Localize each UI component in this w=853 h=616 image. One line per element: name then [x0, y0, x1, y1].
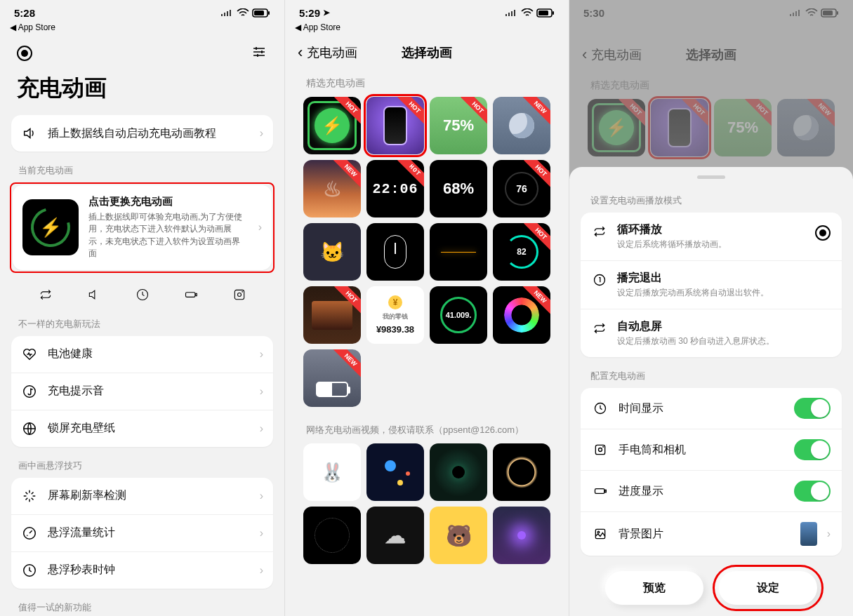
animation-tile-anime[interactable] [493, 507, 550, 564]
animation-tile-line[interactable] [430, 223, 487, 281]
animation-tile-sunset[interactable]: ♨ [303, 160, 361, 217]
row-charge-sound[interactable]: 充电提示音 › [11, 373, 273, 410]
animation-tile-phone[interactable] [366, 97, 424, 154]
animation-tile-price[interactable]: ¥我的零钱¥9839.38 [366, 286, 424, 344]
animation-tile-city[interactable] [303, 349, 361, 407]
chevron-right-icon: › [827, 528, 831, 540]
mode-option-2[interactable]: 自动息屏设定后播放动画 30 秒自动进入息屏状态。 [581, 309, 842, 357]
config-row-0[interactable]: 时间显示 [581, 388, 842, 429]
preview-button[interactable]: 预览 [605, 571, 703, 605]
back-label[interactable]: 充电动画 [307, 44, 357, 61]
record-indicator-icon [17, 46, 32, 61]
row-refresh-rate[interactable]: 屏幕刷新率检测 › [11, 478, 273, 514]
section-current: 当前充电动画 [0, 161, 284, 182]
animation-tile-ecl[interactable] [493, 443, 550, 501]
svg-rect-1 [254, 11, 264, 15]
animation-tile-bunny[interactable]: 🐰 [303, 443, 361, 501]
svg-point-9 [24, 385, 36, 397]
camera-icon [592, 441, 609, 458]
config-row-2[interactable]: 进度显示 [581, 470, 842, 511]
row-label: 屏幕刷新率检测 [48, 488, 250, 503]
mode-option-0[interactable]: 循环播放设定后系统将循环播放动画。 [581, 213, 842, 260]
row-battery-health[interactable]: 电池健康 › [11, 336, 273, 373]
animation-tile-rainbow[interactable] [493, 286, 550, 344]
row-traffic-stats[interactable]: 悬浮流量统计 › [11, 514, 273, 551]
animation-tile-moon[interactable] [493, 97, 550, 154]
row-stopwatch[interactable]: 悬浮秒表时钟 › [11, 551, 273, 589]
image-icon [592, 525, 609, 542]
animation-tile-75[interactable]: 75% [430, 97, 487, 154]
chevron-right-icon: › [260, 564, 263, 577]
animation-tile-bear[interactable]: 🐻 [430, 507, 487, 564]
tutorial-card[interactable]: 插上数据线自动启动充电动画教程 › [11, 115, 273, 152]
new-badge [518, 97, 550, 129]
config-label: 进度显示 [619, 484, 784, 499]
section-playstyle: 不一样的充电新玩法 [0, 315, 284, 336]
mode-desc: 设定后播放动画 30 秒自动进入息屏状态。 [617, 335, 831, 347]
row-lock-wallpaper[interactable]: 锁屏充电壁纸 › [11, 410, 273, 447]
settings-sheet: 设置充电动画播放模式 循环播放设定后系统将循环播放动画。播完退出设定后播放完动画… [569, 167, 853, 616]
animation-tile-smoke[interactable]: ☁ [366, 507, 424, 564]
animation-tile-clock[interactable]: 22:06 [366, 160, 424, 217]
chevron-right-icon: › [260, 527, 263, 540]
new-badge [329, 349, 361, 382]
svg-point-31 [597, 531, 600, 533]
config-row-3[interactable]: 背景图片› [581, 511, 842, 556]
loop-icon[interactable] [38, 287, 53, 302]
animation-tile-bolt-green[interactable]: ⚡ [303, 97, 361, 154]
config-label: 背景图片 [619, 527, 791, 542]
current-animation-row[interactable]: ⚡ 点击更换充电动画 插上数据线即可体验充电动画,为了方便使用，充电状态下进入软… [13, 185, 272, 270]
animation-tile-warm[interactable] [303, 286, 361, 344]
battery-icon[interactable] [183, 287, 199, 302]
camera-icon[interactable] [232, 287, 247, 302]
animation-tile-82[interactable]: 82 [493, 223, 550, 281]
back-to-appstore[interactable]: ◀ App Store [285, 21, 569, 36]
animation-tile-cat[interactable]: 🐱 [303, 223, 361, 281]
location-icon: ➤ [323, 8, 330, 18]
clock-icon[interactable] [135, 287, 150, 302]
mode-title: 播完退出 [617, 271, 831, 286]
status-time: 5:28 [14, 7, 35, 19]
config-card: 时间显示手电筒和相机进度显示背景图片› [581, 388, 842, 556]
current-animation-desc: 插上数据线即可体验充电动画,为了方便使用，充电状态下进入软件默认为动画展示，未充… [88, 211, 249, 260]
svg-rect-18 [538, 11, 548, 15]
background-thumb [800, 522, 817, 546]
animation-tile-wand[interactable] [366, 223, 424, 281]
svg-point-8 [242, 291, 242, 292]
mode-desc: 设定后系统将循环播放动画。 [617, 239, 805, 250]
toggle-on[interactable] [794, 439, 831, 460]
hot-badge [455, 97, 487, 129]
settings-icon[interactable] [251, 43, 267, 63]
mode-option-1[interactable]: 播完退出设定后播放完动画系统将自动退出软件。 [581, 260, 842, 309]
mode-card: 循环播放设定后系统将循环播放动画。播完退出设定后播放完动画系统将自动退出软件。自… [581, 213, 842, 357]
mute-icon[interactable] [86, 287, 102, 302]
back-to-appstore[interactable]: ◀ App Store [0, 21, 284, 36]
speaker-icon [21, 125, 38, 142]
back-chevron-icon[interactable]: ‹ [298, 43, 303, 62]
toggle-on[interactable] [794, 481, 831, 502]
svg-point-23 [595, 275, 605, 286]
animation-tile-76[interactable]: 76 [493, 160, 550, 217]
hot-badge [329, 97, 361, 129]
quick-icon-row [0, 280, 284, 315]
status-time: 5:29 [299, 7, 320, 19]
featured-grid: ⚡75%♨22:0668%76🐱82¥我的零钱¥9839.3841.009. [285, 97, 569, 407]
hot-badge [518, 160, 550, 192]
status-bar: 5:28 [0, 4, 284, 21]
config-row-1[interactable]: 手电筒和相机 [581, 429, 842, 470]
radio-selected-icon [815, 225, 831, 241]
sheet-grabber[interactable] [697, 175, 725, 179]
chevron-right-icon: › [260, 348, 263, 361]
set-button[interactable]: 设定 [719, 571, 817, 605]
screen-3-settings-sheet: 5:30 ‹ 充电动画 选择动画 精选充电动画 ⚡75% 设置充电动画播放模式 … [569, 0, 853, 616]
toggle-on[interactable] [794, 398, 831, 419]
animation-tile-41[interactable]: 41.009. [430, 286, 487, 344]
section-featured: 精选充电动画 [285, 67, 569, 97]
animation-tile-eye[interactable] [430, 443, 487, 501]
svg-rect-5 [195, 293, 197, 295]
network-note: 网络充电动画视频，侵权请联系（ppsent@126.com） [285, 407, 569, 443]
animation-tile-dotring[interactable] [303, 507, 361, 564]
svg-rect-28 [595, 489, 604, 494]
animation-tile-balls[interactable] [366, 443, 424, 501]
animation-tile-68[interactable]: 68% [430, 160, 487, 217]
